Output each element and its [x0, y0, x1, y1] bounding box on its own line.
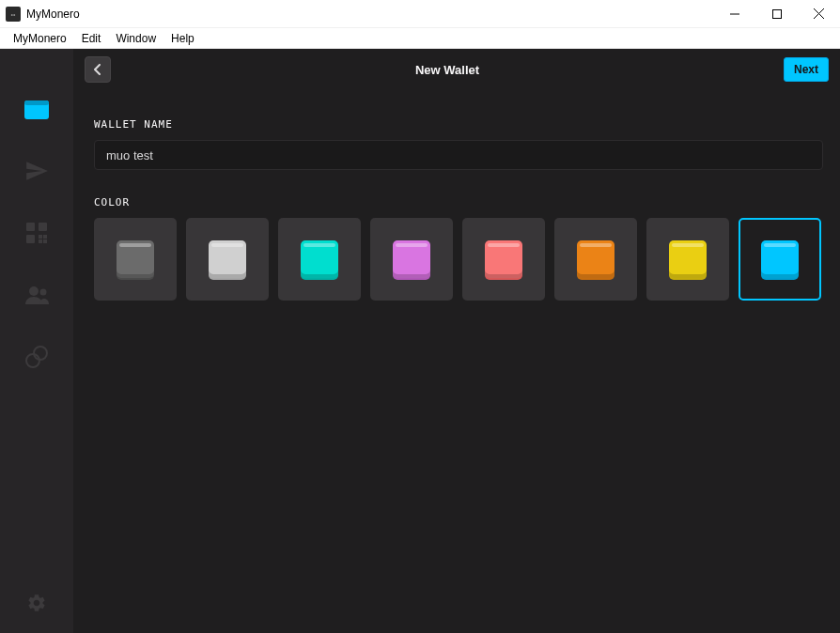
- window-maximize-button[interactable]: [755, 0, 798, 28]
- color-chip-orange: [577, 240, 614, 278]
- sidebar-exchange-icon[interactable]: [23, 344, 50, 370]
- color-chip-teal: [301, 240, 338, 278]
- window-titlebar: MyMonero: [0, 0, 840, 28]
- svg-rect-6: [26, 223, 35, 231]
- menu-mymonero[interactable]: MyMonero: [6, 30, 74, 47]
- app-icon: [6, 7, 21, 22]
- sidebar-wallet-icon[interactable]: [23, 96, 50, 122]
- svg-point-16: [34, 347, 47, 360]
- svg-rect-7: [39, 223, 47, 231]
- color-swatch-yellow[interactable]: [646, 218, 729, 301]
- sidebar-qr-icon[interactable]: [23, 220, 50, 246]
- menu-edit[interactable]: Edit: [74, 30, 109, 47]
- menu-help[interactable]: Help: [163, 30, 202, 47]
- color-chip-yellow: [669, 240, 707, 278]
- svg-rect-1: [772, 9, 781, 18]
- color-chip-dark-gray: [117, 240, 154, 278]
- sidebar: [0, 49, 73, 633]
- wallet-name-input[interactable]: [94, 140, 823, 170]
- color-chip-coral: [485, 240, 522, 278]
- svg-point-13: [29, 286, 39, 296]
- color-swatch-cyan[interactable]: [739, 218, 821, 301]
- svg-rect-5: [24, 100, 49, 105]
- color-swatch-magenta[interactable]: [370, 218, 453, 301]
- menu-window[interactable]: Window: [108, 30, 163, 47]
- sidebar-contacts-icon[interactable]: [23, 282, 50, 308]
- color-chip-magenta: [393, 240, 430, 278]
- svg-rect-9: [39, 235, 42, 239]
- topbar: New Wallet Next: [73, 49, 840, 90]
- sidebar-send-icon[interactable]: [23, 158, 50, 184]
- color-swatches: [94, 218, 823, 301]
- svg-rect-10: [43, 239, 47, 243]
- svg-point-15: [26, 354, 39, 367]
- svg-point-14: [40, 289, 47, 296]
- color-chip-light-gray: [209, 240, 246, 278]
- next-button[interactable]: Next: [784, 57, 829, 82]
- color-swatch-coral[interactable]: [462, 218, 545, 301]
- window-close-button[interactable]: [798, 0, 840, 28]
- main-panel: New Wallet Next WALLET NAME COLOR: [73, 49, 840, 633]
- wallet-name-label: WALLET NAME: [94, 118, 823, 131]
- page-title: New Wallet: [111, 63, 784, 77]
- color-swatch-light-gray[interactable]: [186, 218, 269, 301]
- svg-rect-12: [43, 235, 47, 239]
- color-swatch-teal[interactable]: [278, 218, 361, 301]
- color-swatch-orange[interactable]: [554, 218, 637, 301]
- svg-rect-11: [39, 239, 42, 243]
- window-minimize-button[interactable]: [713, 0, 755, 28]
- sidebar-settings-icon[interactable]: [23, 590, 50, 616]
- window-title: MyMonero: [26, 8, 80, 21]
- menu-bar: MyMonero Edit Window Help: [0, 28, 840, 49]
- svg-rect-8: [26, 235, 35, 243]
- back-button[interactable]: [85, 56, 111, 83]
- color-label: COLOR: [94, 196, 823, 208]
- color-chip-cyan: [761, 240, 799, 278]
- color-swatch-dark-gray[interactable]: [94, 218, 177, 301]
